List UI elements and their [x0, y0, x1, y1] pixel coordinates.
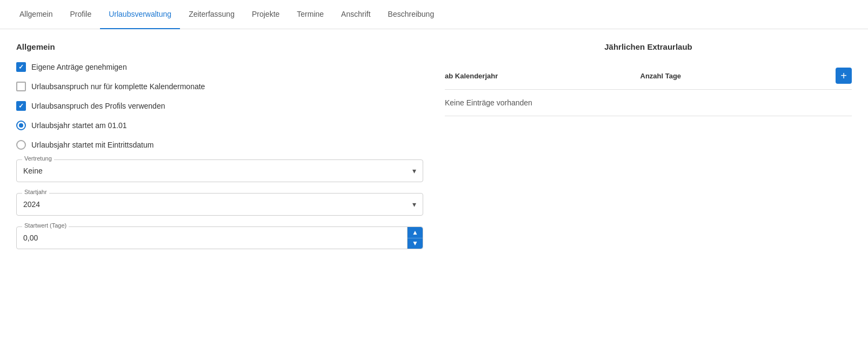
checkbox-urlaubsanspruch-profil[interactable]: ✓: [16, 101, 26, 111]
startwert-input[interactable]: [17, 227, 407, 249]
startjahr-field: Startjahr 2024 ▾: [16, 193, 423, 216]
radio-dot-icon: [19, 123, 23, 128]
startjahr-select[interactable]: 2024: [17, 194, 423, 215]
tab-bar: AllgemeinProfileUrlaubsverwaltungZeiterf…: [0, 0, 868, 29]
startwert-label: Startwert (Tage): [22, 222, 69, 229]
startwert-spinners: ▲ ▼: [407, 227, 423, 249]
tab-termine[interactable]: Termine: [288, 0, 332, 29]
table-empty-message: Keine Einträge vorhanden: [445, 90, 852, 116]
vertretung-label: Vertretung: [22, 155, 54, 162]
checkbox-row-urlaubsanspruch-monate: Urlaubsanspruch nur für komplette Kalend…: [16, 82, 423, 91]
left-section-title: Allgemein: [16, 42, 423, 51]
right-panel: Jährlichen Extraurlaub ab Kalenderjahr A…: [445, 42, 852, 260]
checkbox-label-urlaubsanspruch-monate: Urlaubsanspruch nur für komplette Kalend…: [31, 82, 205, 91]
radio-urlaub-eintrittsdatum[interactable]: [16, 140, 26, 150]
checkbox-label-eigene-antraege: Eigene Anträge genehmigen: [31, 63, 127, 71]
startjahr-label: Startjahr: [22, 189, 49, 195]
tab-urlaubsverwaltung[interactable]: Urlaubsverwaltung: [100, 0, 180, 29]
table-col1-header: ab Kalenderjahr: [445, 72, 640, 80]
right-section-title: Jährlichen Extraurlaub: [445, 42, 852, 51]
checkbox-urlaubsanspruch-monate[interactable]: [16, 82, 26, 91]
tab-beschreibung[interactable]: Beschreibung: [379, 0, 443, 29]
tab-anschrift[interactable]: Anschrift: [332, 0, 379, 29]
checkmark-icon: ✓: [18, 64, 24, 70]
vertretung-select[interactable]: Keine: [17, 160, 423, 182]
checkbox-row-eigene-antraege: ✓Eigene Anträge genehmigen: [16, 62, 423, 72]
table-col2-header: Anzahl Tage: [640, 72, 836, 80]
checkbox-row-urlaubsanspruch-profil: ✓Urlaubsanspruch des Profils verwenden: [16, 101, 423, 111]
tab-profile[interactable]: Profile: [61, 0, 100, 29]
checkmark-icon: ✓: [18, 103, 24, 109]
table-header-row: ab Kalenderjahr Anzahl Tage +: [445, 62, 852, 90]
radio-row-urlaub-01-01: Urlaubsjahr startet am 01.01: [16, 121, 423, 130]
tab-allgemein[interactable]: Allgemein: [11, 0, 61, 29]
radio-row-urlaub-eintrittsdatum: Urlaubsjahr startet mit Eintrittsdatum: [16, 140, 423, 150]
startwert-field: Startwert (Tage) ▲ ▼: [16, 226, 423, 249]
checkbox-eigene-antraege[interactable]: ✓: [16, 62, 26, 72]
checkbox-label-urlaubsanspruch-profil: Urlaubsanspruch des Profils verwenden: [31, 102, 165, 110]
tab-projekte[interactable]: Projekte: [243, 0, 288, 29]
radio-label-urlaub-01-01: Urlaubsjahr startet am 01.01: [31, 121, 127, 130]
radio-urlaub-01-01[interactable]: [16, 121, 26, 130]
add-extraurlaub-button[interactable]: +: [836, 68, 852, 84]
radio-label-urlaub-eintrittsdatum: Urlaubsjahr startet mit Eintrittsdatum: [31, 141, 153, 149]
vertretung-field: Vertretung Keine ▾: [16, 159, 423, 182]
main-content: Allgemein ✓Eigene Anträge genehmigenUrla…: [0, 29, 868, 273]
tab-zeiterfassung[interactable]: Zeiterfassung: [180, 0, 243, 29]
left-panel: Allgemein ✓Eigene Anträge genehmigenUrla…: [16, 42, 423, 260]
startwert-increment-button[interactable]: ▲: [408, 227, 423, 238]
startwert-decrement-button[interactable]: ▼: [408, 238, 423, 249]
